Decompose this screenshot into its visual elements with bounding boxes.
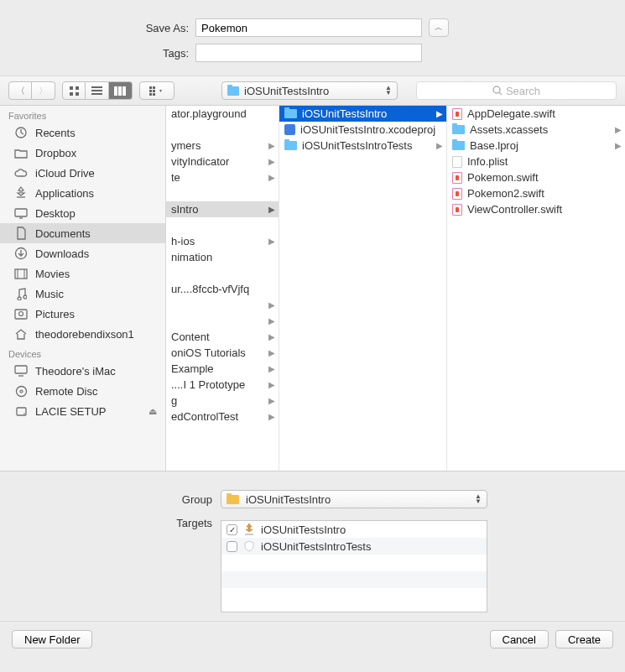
column-item[interactable]: iOSUnitTestsIntro.xcodeproj [279,122,446,138]
sidebar-item-desktop[interactable]: Desktop [0,203,165,223]
column-item[interactable]: Pokemon2.swift [447,185,625,201]
column-item-label: AppDelegate.swift [467,107,555,120]
column-item-label: te [171,171,180,184]
devices-header: Devices [0,344,165,361]
chevron-right-icon: ▶ [268,332,275,341]
column-item[interactable]: te▶ [166,169,279,185]
sidebar-item-pictures[interactable]: Pictures [0,304,165,324]
column-item[interactable]: Info.plist [447,154,625,169]
chevron-right-icon: ▶ [268,316,275,326]
column-item[interactable]: Content▶ [166,329,279,345]
sidebar-item-music[interactable]: Music [0,284,165,304]
target-checkbox[interactable] [227,541,237,552]
column-item[interactable]: ur....8fccb-vfVjfq [166,281,279,297]
nav-back-button[interactable]: 〈 [8,81,32,100]
target-checkbox[interactable]: ✓ [227,524,237,535]
column-item-label: iOSUnitTestsIntroTests [302,139,413,152]
column-item-label: ....I 1 Prototype [171,378,245,391]
column-item[interactable]: Pokemon.swift [447,169,625,185]
sidebar-item-theodorebendixson1[interactable]: theodorebendixson1 [0,324,165,344]
new-folder-button[interactable]: New Folder [12,630,92,649]
column-item[interactable]: ▶ [166,313,279,329]
svg-rect-1 [76,86,79,90]
sidebar-item-recents[interactable]: Recents [0,122,165,143]
target-row[interactable]: ✓iOSUnitTestsIntro [221,521,487,538]
collapse-button[interactable]: ︿ [429,18,449,37]
download-icon [13,247,29,260]
sidebar-item-applications[interactable]: Applications [0,183,165,203]
column-item[interactable]: iOSUnitTestsIntro▶ [279,106,446,122]
sidebar-item-downloads[interactable]: Downloads [0,243,165,263]
column-item[interactable]: g▶ [166,393,279,409]
column-item[interactable]: iOSUnitTestsIntroTests▶ [279,138,446,154]
view-list-button[interactable] [86,81,109,100]
column-item[interactable]: nimation [166,249,279,265]
chevron-right-icon: ▶ [268,380,275,389]
apps-icon [13,186,29,200]
svg-rect-29 [245,534,253,535]
column-item[interactable]: ViewController.swift [447,201,625,217]
folder-icon [284,109,297,118]
target-row[interactable]: iOSUnitTestsIntroTests [221,538,487,555]
create-button[interactable]: Create [555,630,613,649]
svg-rect-6 [91,93,102,95]
search-field[interactable]: Search [416,81,617,100]
sidebar-item-movies[interactable]: Movies [0,263,165,284]
column-item-label: Content [171,331,210,343]
column-item[interactable]: Assets.xcassets▶ [447,122,625,138]
sidebar-item-icloud-drive[interactable]: iCloud Drive [0,163,165,183]
folder-icon [452,141,465,150]
column-item[interactable]: ymers▶ [166,138,279,154]
columns-icon [114,86,127,96]
svg-rect-21 [15,269,27,279]
column-item[interactable]: vityIndicator▶ [166,154,279,169]
column-item-label: ur....8fccb-vfVjfq [171,283,249,295]
column-item[interactable]: ▶ [166,297,279,313]
column-item[interactable]: sIntro▶ [166,201,279,217]
view-columns-button[interactable] [109,81,133,100]
column-item-label: h-ios [171,235,195,247]
column-item[interactable]: ator.playground [166,106,279,122]
sidebar-item-label: Dropbox [35,147,76,159]
svg-point-16 [493,86,500,93]
chevron-right-icon: 〉 [39,85,48,97]
sidebar-item-label: iCloud Drive [35,167,95,180]
column-item[interactable]: edControlTest▶ [166,409,279,425]
column-item[interactable]: ....I 1 Prototype▶ [166,377,279,393]
view-icons-button[interactable] [62,81,86,100]
nav-forward-button[interactable]: 〉 [32,81,55,100]
column-item-label: ator.playground [171,107,247,120]
group-popup[interactable]: iOSUnitTestsIntro ▲▼ [221,490,487,508]
picture-icon [13,307,29,320]
chevron-right-icon: ▶ [268,205,275,214]
sidebar-item-documents[interactable]: Documents [0,223,165,243]
chevron-right-icon: ▶ [268,237,275,246]
column-item[interactable]: AppDelegate.swift [447,106,625,122]
cancel-button[interactable]: Cancel [490,630,549,649]
folder-icon [227,495,239,504]
targets-list[interactable]: ✓iOSUnitTestsIntroiOSUnitTestsIntroTests [221,520,487,612]
svg-rect-13 [153,90,155,92]
list-icon [91,86,102,96]
updown-icon: ▲▼ [385,86,392,96]
sidebar-item-remote-disc[interactable]: Remote Disc [0,381,165,401]
column-item[interactable]: oniOS Tutorials▶ [166,345,279,361]
column-item[interactable]: Example▶ [166,361,279,377]
eject-icon[interactable]: ⏏ [148,406,157,417]
column-item[interactable]: h-ios▶ [166,233,279,249]
sidebar-item-theodore-s-imac[interactable]: Theodore's iMac [0,361,165,381]
column-item[interactable]: Base.lproj▶ [447,138,625,154]
column-item-label: iOSUnitTestsIntro [302,107,387,120]
svg-rect-15 [153,93,155,96]
targets-label: Targets [0,513,221,612]
sidebar-item-dropbox[interactable]: Dropbox [0,143,165,163]
imac-icon [13,364,29,378]
chevron-right-icon: ▶ [436,141,443,150]
arrange-button[interactable] [139,81,174,100]
sidebar-item-lacie-setup[interactable]: LACIE SETUP⏏ [0,401,165,421]
sidebar-item-label: Pictures [35,308,75,320]
tags-input[interactable] [195,44,422,62]
chevron-right-icon: ▶ [268,157,275,166]
save-as-input[interactable] [195,18,422,37]
path-popup[interactable]: iOSUnitTestsIntro ▲▼ [221,81,398,100]
